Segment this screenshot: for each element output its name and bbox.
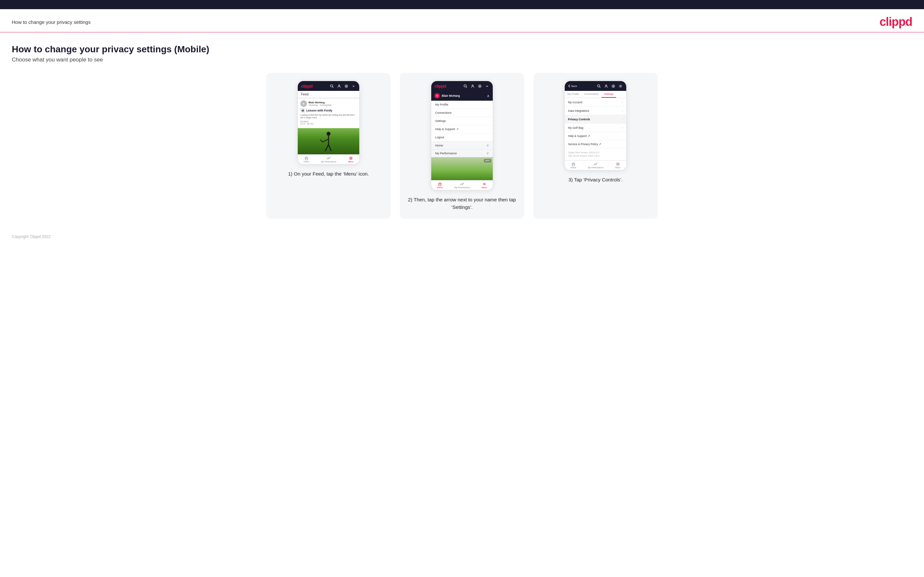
close-icon (481, 182, 487, 186)
circle-plus-icon2 (477, 83, 482, 89)
page-subheading: Choose what you want people to see (12, 56, 912, 63)
svg-point-16 (464, 85, 466, 87)
svg-line-26 (599, 87, 600, 88)
search-icon2 (463, 83, 468, 89)
lesson-row: 📹 Lesson with Fordy (300, 108, 357, 113)
chevron-right-icon3: › (622, 118, 623, 121)
settings-list: My Account › Data Integrations › Privacy… (565, 98, 626, 148)
phone2-navbar: clippd (431, 81, 493, 91)
logo-text: clippd (879, 15, 912, 29)
svg-point-18 (472, 85, 473, 86)
step-2-label: 2) Then, tap the arrow next to your name… (406, 196, 518, 211)
menu-item-myprofile: My Profile (431, 101, 493, 109)
phone1-feed-tab: Feed (298, 91, 359, 98)
version-info: Clippd Client Version: 2022.8.3-3 GQL Se… (565, 148, 626, 160)
svg-point-0 (331, 85, 333, 87)
svg-rect-22 (439, 184, 441, 186)
circle-plus-icon3 (611, 83, 616, 89)
post-sub: Yesterday · Sunningdale (309, 104, 331, 106)
settings-item-mygolfbag[interactable]: My Golf Bag › (565, 124, 626, 132)
svg-rect-12 (305, 158, 308, 160)
menu-item-helpsupport: Help & Support ↗ (431, 125, 493, 134)
performance-icon (326, 156, 331, 160)
tab-settings[interactable]: Settings (601, 91, 616, 98)
step-1-label: 1) On your Feed, tap the ‘Menu’ icon. (288, 170, 369, 178)
settings-item-myaccount[interactable]: My Account › (565, 98, 626, 106)
footer: Copyright Clippd 2022 (0, 230, 924, 245)
home-icon3 (571, 162, 576, 166)
chevron-right-icon: › (622, 100, 623, 104)
svg-point-2 (338, 85, 340, 86)
back-button: Back (568, 84, 577, 88)
circle-plus-icon (344, 83, 349, 89)
phone3-bottom-nav: Home My Performance Menu (565, 160, 626, 170)
settings-item-serviceprivacy[interactable]: Service & Privacy Policy ↗ (565, 140, 626, 148)
home-icon2 (437, 182, 443, 186)
bottom-nav-performance3: My Performance (588, 162, 604, 169)
chevron-down-icon (351, 83, 356, 89)
phone2-logo: clippd (435, 84, 446, 89)
phone2-icons (463, 83, 489, 89)
menu-item-connections: Connections (431, 109, 493, 117)
menu-overlay: My Profile Connections Settings Help & S… (431, 101, 493, 157)
svg-line-8 (323, 139, 328, 142)
performance-icon3 (593, 162, 598, 166)
performance-chevron: ∨ (486, 152, 489, 155)
bottom-nav-home: Home (304, 156, 309, 163)
lesson-title: Lesson with Fordy (306, 109, 333, 112)
svg-point-6 (326, 132, 331, 136)
step-3-phone: Back (564, 81, 627, 170)
menu-section-home: Home ∨ (431, 142, 493, 149)
tab-myprofile[interactable]: My Profile (565, 91, 582, 98)
person-icon2 (470, 83, 475, 89)
svg-rect-32 (572, 164, 575, 166)
menu-user-row: B Blair McHarg ∧ (431, 91, 493, 101)
settings-item-privacycontrols[interactable]: Privacy Controls › (565, 115, 626, 124)
steps-row: clippd (12, 73, 912, 219)
chevron-down-icon2 (484, 83, 489, 89)
search-icon3 (596, 83, 601, 89)
performance-icon2 (460, 182, 465, 186)
lesson-desc: Looking to feel like my hands are exitin… (300, 114, 357, 119)
step-1-phone: clippd (297, 81, 360, 164)
settings-item-helpsupport[interactable]: Help & Support ↗ (565, 132, 626, 140)
svg-line-11 (328, 145, 331, 151)
phone1-post: B Blair McHarg Yesterday · Sunningdale 📹… (298, 98, 359, 128)
golf-image (298, 128, 359, 154)
bottom-nav-menu3: Menu (615, 162, 620, 169)
svg-line-1 (333, 87, 333, 88)
header: How to change your privacy settings clip… (0, 9, 924, 32)
phone3-icons (596, 83, 623, 89)
settings-item-dataintegrations[interactable]: Data Integrations › (565, 106, 626, 115)
menu-user-info: B Blair McHarg (435, 93, 460, 98)
top-bar (0, 0, 924, 9)
svg-point-27 (605, 85, 607, 86)
lesson-icon: 📹 (300, 108, 305, 113)
phone2-bottom-nav: Home My Performance Menu (431, 180, 493, 190)
bottom-nav-home2: Home (437, 182, 443, 189)
svg-line-9 (320, 140, 323, 142)
home-icon (304, 156, 309, 160)
bottom-nav-menu: Menu (348, 156, 353, 163)
header-title: How to change your privacy settings (12, 19, 90, 25)
svg-line-17 (466, 87, 467, 88)
chevron-right-icon2: › (622, 109, 623, 113)
step-3-card: Back (533, 73, 657, 219)
tab-connections[interactable]: Connections (582, 91, 601, 98)
menu-section-performance: My Performance ∨ (431, 149, 493, 157)
menu-user-name: Blair McHarg (442, 94, 460, 97)
search-icon (329, 83, 334, 89)
svg-point-25 (598, 85, 600, 87)
phone1-icons (329, 83, 356, 89)
menu-chevron-up: ∧ (487, 94, 489, 98)
home-chevron: ∨ (486, 143, 489, 147)
settings-tabs: My Profile Connections Settings (565, 91, 626, 98)
svg-point-31 (620, 85, 621, 87)
bottom-nav-home3: Home (571, 162, 576, 169)
menu-item-settings: Settings (431, 117, 493, 125)
post-name: Blair McHarg (309, 101, 331, 104)
menu-item-logout: Logout (431, 134, 493, 142)
main-content: How to change your privacy settings (Mob… (0, 32, 924, 219)
step-1-card: clippd (267, 73, 391, 219)
page-heading: How to change your privacy settings (Mob… (12, 44, 912, 55)
